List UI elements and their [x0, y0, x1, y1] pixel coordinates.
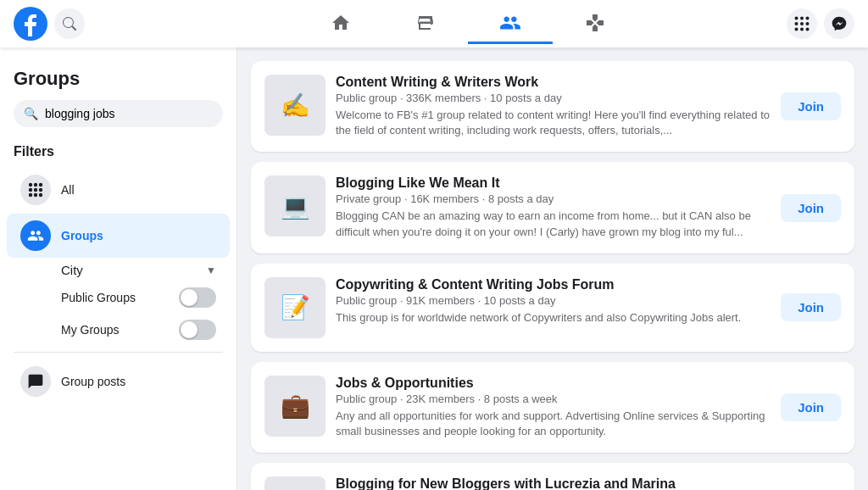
- group-name: Blogging Like We Mean It: [336, 175, 771, 191]
- nav-groups-button[interactable]: [468, 3, 553, 44]
- group-info: Jobs & Opportunities Public group · 23K …: [336, 376, 771, 439]
- svg-point-5: [800, 22, 804, 25]
- svg-point-11: [34, 183, 37, 187]
- group-meta: Private group · 16K members · 8 posts a …: [336, 192, 771, 205]
- group-name: Content Writing & Writers Work: [336, 75, 771, 90]
- group-description: This group is for worldwide network of C…: [336, 310, 771, 326]
- group-posts-label: Group posts: [61, 375, 125, 388]
- filter-city[interactable]: City ▼: [7, 259, 230, 281]
- groups-list: ✍️ Content Writing & Writers Work Public…: [251, 61, 854, 490]
- search-box[interactable]: 🔍: [14, 100, 223, 127]
- group-name: Jobs & Opportunities: [336, 376, 771, 391]
- nav-gaming-button[interactable]: [553, 3, 637, 44]
- nav-left: [14, 7, 251, 41]
- svg-point-13: [29, 188, 32, 192]
- group-info: Content Writing & Writers Work Public gr…: [336, 75, 771, 138]
- my-groups-label: My Groups: [61, 323, 119, 337]
- group-description: Blogging CAN be an amazing way to earn a…: [336, 209, 771, 239]
- svg-point-18: [39, 193, 42, 197]
- all-icon: [20, 175, 51, 205]
- main-layout: Groups 🔍 Filters All Groups City ▼: [0, 47, 868, 490]
- group-card: 📝 Copywriting & Content Writing Jobs For…: [251, 264, 854, 352]
- nav-home-button[interactable]: [298, 3, 383, 44]
- search-button[interactable]: [54, 8, 85, 39]
- facebook-logo-icon[interactable]: [14, 7, 47, 41]
- group-image: 📝: [264, 277, 326, 338]
- group-name: Copywriting & Content Writing Jobs Forum: [336, 277, 771, 292]
- sidebar-divider: [14, 352, 223, 353]
- apps-button[interactable]: [787, 8, 817, 39]
- svg-point-8: [800, 28, 804, 31]
- filter-group-posts[interactable]: Group posts: [7, 359, 230, 404]
- sidebar-title: Groups: [0, 61, 236, 100]
- svg-point-10: [29, 183, 32, 187]
- group-image: 💼: [264, 376, 326, 437]
- home-icon: [331, 13, 351, 33]
- group-card: 💼 Jobs & Opportunities Public group · 23…: [251, 362, 854, 453]
- top-navigation: [0, 0, 868, 47]
- filter-all[interactable]: All: [7, 168, 230, 212]
- filters-label: Filters: [0, 141, 236, 166]
- sidebar-search-icon: 🔍: [24, 107, 38, 120]
- chevron-down-icon: ▼: [206, 264, 216, 276]
- filter-groups[interactable]: Groups: [7, 214, 230, 258]
- filter-groups-label: Groups: [61, 229, 103, 242]
- nav-right: [685, 8, 854, 39]
- svg-point-7: [795, 28, 798, 31]
- group-info: Blogging Like We Mean It Private group ·…: [336, 175, 771, 239]
- groups-icon: [499, 12, 521, 34]
- svg-point-6: [806, 22, 810, 25]
- groups-filter-icon: [20, 220, 51, 251]
- join-button[interactable]: Join: [781, 293, 841, 321]
- svg-point-17: [34, 193, 37, 197]
- group-description: Any and all opportunities for work and s…: [336, 409, 771, 439]
- apps-grid-icon: [794, 16, 810, 31]
- store-icon: [415, 13, 436, 33]
- gaming-icon: [585, 13, 605, 33]
- search-icon: [63, 17, 76, 31]
- group-meta: Public group · 23K members · 8 posts a w…: [336, 393, 771, 405]
- public-groups-row: Public Groups: [7, 282, 230, 313]
- main-content: ✍️ Content Writing & Writers Work Public…: [237, 47, 868, 490]
- svg-point-1: [795, 17, 798, 20]
- group-image: 📖: [264, 476, 326, 490]
- svg-point-9: [806, 28, 810, 31]
- group-meta: Public group · 91K members · 10 posts a …: [336, 294, 771, 307]
- filter-all-label: All: [61, 183, 75, 197]
- nav-store-button[interactable]: [383, 3, 468, 44]
- svg-point-2: [800, 17, 804, 20]
- join-button[interactable]: Join: [781, 194, 841, 222]
- svg-point-16: [29, 193, 32, 197]
- search-input[interactable]: [45, 107, 213, 120]
- sidebar: Groups 🔍 Filters All Groups City ▼: [0, 47, 237, 490]
- my-groups-toggle[interactable]: [179, 320, 216, 340]
- svg-point-4: [795, 22, 798, 25]
- group-card: 💻 Blogging Like We Mean It Private group…: [251, 162, 854, 253]
- my-groups-row: My Groups: [7, 315, 230, 345]
- group-description: Welcome to FB's #1 group related to cont…: [336, 108, 771, 138]
- group-card: 📖 Blogging for New Bloggers with Lucrezi…: [251, 463, 854, 490]
- group-meta: Public group · 336K members · 10 posts a…: [336, 92, 771, 104]
- messenger-button[interactable]: [824, 8, 854, 39]
- svg-point-3: [806, 17, 810, 20]
- my-groups-toggle-knob: [181, 321, 198, 338]
- messenger-icon: [831, 15, 848, 32]
- group-name: Blogging for New Bloggers with Lucrezia …: [336, 476, 771, 490]
- toggle-knob: [181, 289, 198, 306]
- group-info: Blogging for New Bloggers with Lucrezia …: [336, 476, 771, 490]
- svg-point-15: [39, 188, 42, 192]
- nav-center: [251, 3, 685, 44]
- public-groups-label: Public Groups: [61, 291, 136, 304]
- svg-point-12: [39, 183, 42, 187]
- group-posts-icon: [20, 366, 51, 397]
- group-info: Copywriting & Content Writing Jobs Forum…: [336, 277, 771, 326]
- public-groups-toggle[interactable]: [179, 287, 216, 308]
- join-button[interactable]: Join: [781, 393, 841, 421]
- group-card: ✍️ Content Writing & Writers Work Public…: [251, 61, 854, 152]
- city-label: City: [61, 263, 83, 277]
- group-image: ✍️: [264, 75, 326, 136]
- join-button[interactable]: Join: [781, 92, 841, 120]
- svg-point-14: [34, 188, 37, 192]
- group-image: 💻: [264, 175, 326, 237]
